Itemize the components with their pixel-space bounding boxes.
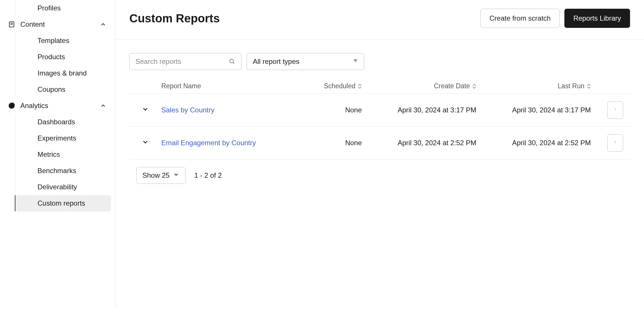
report-type-select[interactable]: All report types	[247, 53, 364, 70]
table-header-row: Report Name Scheduled Create Date	[129, 79, 630, 94]
chevron-down-icon	[173, 171, 179, 179]
page-size-select[interactable]: Show 25	[136, 167, 185, 184]
cell-create-date: April 30, 2024 at 3:17 PM	[362, 106, 476, 114]
report-name-link[interactable]: Email Engagement by Country	[161, 139, 256, 147]
expand-row-toggle[interactable]	[142, 138, 149, 148]
row-actions-button[interactable]	[607, 101, 623, 119]
svg-point-11	[615, 142, 615, 142]
cell-create-date: April 30, 2024 at 2:52 PM	[362, 139, 476, 147]
column-header-create-date[interactable]: Create Date	[362, 82, 476, 90]
sidebar-item-deliverability[interactable]: Deliverability	[15, 179, 111, 195]
report-name-link[interactable]: Sales by Country	[161, 106, 214, 114]
cell-last-run: April 30, 2024 at 2:52 PM	[476, 139, 591, 147]
sidebar-item-label: Metrics	[37, 150, 60, 159]
expand-row-toggle[interactable]	[142, 105, 149, 115]
sidebar-item-experiments[interactable]: Experiments	[15, 130, 111, 146]
search-placeholder: Search reports	[135, 58, 181, 66]
column-header-scheduled[interactable]: Scheduled	[295, 82, 362, 90]
svg-point-7	[615, 108, 615, 109]
svg-line-5	[233, 62, 235, 64]
sort-icon	[358, 83, 362, 89]
sidebar-item-metrics[interactable]: Metrics	[15, 146, 111, 163]
sidebar-item-label: Experiments	[37, 134, 76, 142]
row-actions-button[interactable]	[607, 134, 623, 152]
main-content: Custom Reports Create from scratch Repor…	[115, 0, 644, 309]
sidebar-section-content[interactable]: Content	[3, 16, 111, 33]
page-title: Custom Reports	[129, 12, 220, 25]
sidebar-item-label: Profiles	[37, 4, 61, 12]
pagination-range: 1 - 2 of 2	[194, 171, 222, 179]
sidebar: Profiles Content Templates	[0, 0, 115, 309]
chevron-up-icon	[100, 21, 106, 28]
column-header-last-run[interactable]: Last Run	[476, 82, 591, 90]
sidebar-item-coupons[interactable]: Coupons	[15, 81, 111, 98]
sidebar-item-label: Images & brand	[37, 69, 87, 77]
search-input[interactable]: Search reports	[129, 53, 242, 70]
reports-table: Report Name Scheduled Create Date	[129, 79, 630, 159]
sidebar-item-custom-reports[interactable]: Custom reports	[15, 195, 111, 211]
cell-last-run: April 30, 2024 at 3:17 PM	[476, 106, 591, 114]
svg-point-12	[615, 143, 615, 143]
sidebar-section-label: Analytics	[20, 102, 48, 110]
search-icon	[229, 58, 235, 65]
sidebar-item-products[interactable]: Products	[15, 49, 111, 65]
sidebar-item-label: Products	[37, 53, 65, 61]
cell-scheduled: None	[295, 106, 362, 114]
column-header-name[interactable]: Report Name	[161, 82, 295, 90]
more-vertical-icon	[614, 138, 616, 148]
sidebar-item-label: Custom reports	[37, 199, 85, 207]
create-from-scratch-button[interactable]: Create from scratch	[480, 9, 560, 28]
sidebar-item-benchmarks[interactable]: Benchmarks	[15, 163, 111, 179]
sidebar-item-templates[interactable]: Templates	[15, 33, 111, 49]
sort-icon	[587, 83, 591, 89]
sidebar-item-label: Deliverability	[37, 183, 77, 191]
table-row: Sales by Country None April 30, 2024 at …	[129, 94, 630, 127]
caret-down-icon	[353, 59, 358, 64]
header-actions: Create from scratch Reports Library	[480, 9, 630, 28]
svg-point-8	[615, 109, 615, 109]
sidebar-item-label: Coupons	[37, 85, 65, 94]
more-vertical-icon	[614, 105, 616, 115]
cell-scheduled: None	[295, 139, 362, 147]
content-icon	[8, 21, 15, 28]
analytics-icon	[8, 102, 15, 109]
svg-point-9	[615, 110, 615, 110]
reports-library-button[interactable]: Reports Library	[564, 9, 630, 28]
select-value: All report types	[253, 58, 299, 66]
sidebar-section-label: Content	[20, 20, 45, 28]
sidebar-item-label: Templates	[37, 37, 69, 45]
sidebar-item-label: Dashboards	[37, 118, 75, 126]
chevron-up-icon	[100, 103, 106, 109]
sidebar-section-analytics[interactable]: Analytics	[3, 98, 111, 114]
sidebar-item-profiles[interactable]: Profiles	[15, 0, 111, 16]
svg-marker-6	[353, 59, 357, 62]
sidebar-item-images-brand[interactable]: Images & brand	[15, 65, 111, 81]
sort-icon	[472, 83, 476, 89]
page-size-label: Show 25	[142, 171, 169, 179]
table-footer: Show 25 1 - 2 of 2	[129, 159, 630, 191]
svg-point-10	[615, 141, 615, 141]
sidebar-item-label: Benchmarks	[37, 167, 76, 175]
page-header: Custom Reports Create from scratch Repor…	[115, 0, 644, 40]
filter-row: Search reports All report types	[129, 53, 630, 70]
table-row: Email Engagement by Country None April 3…	[129, 127, 630, 159]
sidebar-item-dashboards[interactable]: Dashboards	[15, 114, 111, 130]
svg-point-4	[230, 59, 234, 63]
